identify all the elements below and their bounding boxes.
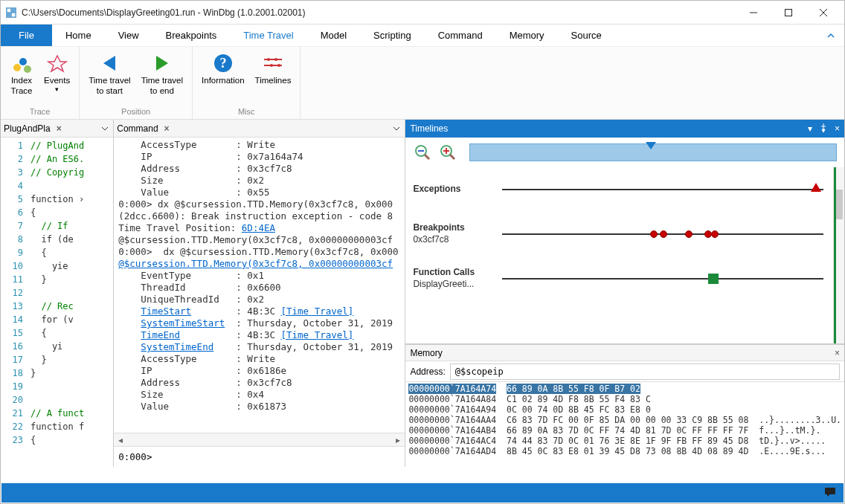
information-button[interactable]: ? Information: [199, 50, 248, 87]
menu-view[interactable]: View: [105, 25, 152, 46]
code-line: 13 // Rec: [1, 300, 113, 313]
menu-scripting[interactable]: Scripting: [360, 25, 425, 46]
timeline-row-exceptions: Exceptions: [405, 167, 844, 212]
command-tab[interactable]: Command ×: [114, 120, 405, 138]
window-dropdown-icon[interactable]: ▾: [808, 123, 812, 135]
pin-icon[interactable]: [820, 123, 827, 135]
svg-point-16: [267, 58, 270, 61]
info-label: Information: [202, 75, 245, 85]
zoom-in-button[interactable]: [438, 143, 457, 162]
code-line: 16 yi: [1, 340, 113, 353]
code-line: 20: [1, 393, 113, 407]
breakpoints-label: Breakpoints: [413, 222, 464, 233]
timelines-title: Timelines: [410, 123, 448, 134]
index-trace-button[interactable]: Index Trace: [7, 50, 36, 98]
memory-header: Memory ×: [405, 345, 844, 361]
close-icon[interactable]: ×: [54, 123, 65, 134]
timeline-overview-slider[interactable]: [469, 143, 837, 161]
info-icon: ?: [211, 51, 235, 75]
code-line: 19: [1, 380, 113, 393]
exceptions-track[interactable]: [502, 189, 823, 190]
breakpoint-marker-icon[interactable]: [685, 230, 693, 238]
command-pane: Command × AccessType : Write IP : 0x7a16…: [114, 120, 405, 467]
time-travel-start-button[interactable]: Time travel to start: [86, 50, 133, 98]
function-call-marker-icon[interactable]: [708, 274, 719, 284]
code-line: 6{: [1, 206, 113, 219]
close-icon[interactable]: ×: [835, 348, 840, 358]
ribbon-collapse-icon[interactable]: [817, 25, 844, 46]
command-tab-label: Command: [117, 123, 158, 134]
svg-point-20: [277, 64, 280, 67]
memory-pane: Memory × Address: 00000000`7A164A74 66 8…: [405, 344, 844, 467]
source-pane: PlugAndPla × 1// PlugAnd2// An ES6.3// C…: [1, 120, 114, 467]
code-line: 8 if (de: [1, 233, 113, 246]
menu-source[interactable]: Source: [558, 25, 615, 46]
window-title: C:\Users\Documents\DisplayGreeting01.run…: [22, 7, 736, 18]
maximize-button[interactable]: [771, 2, 805, 23]
dropdown-icon[interactable]: [100, 123, 110, 134]
source-tab-label: PlugAndPla: [4, 123, 51, 134]
menu-time-travel[interactable]: Time Travel: [230, 25, 306, 46]
svg-marker-10: [48, 56, 66, 71]
memory-row: 00000000`7A164AB4 66 89 0A 83 7D 0C FF 7…: [408, 425, 841, 436]
svg-line-22: [425, 155, 429, 159]
code-line: 17 }: [1, 353, 113, 366]
playhead[interactable]: [834, 167, 836, 343]
svg-line-25: [450, 155, 454, 159]
command-output[interactable]: AccessType : Write IP : 0x7a164a74 Addre…: [114, 138, 405, 433]
scroll-left-icon[interactable]: ◂: [114, 435, 127, 445]
menu-memory[interactable]: Memory: [496, 25, 558, 46]
code-line: 23{: [1, 433, 113, 447]
svg-point-7: [13, 64, 21, 71]
close-icon[interactable]: ×: [161, 123, 173, 134]
menu-home[interactable]: Home: [52, 25, 105, 46]
timeline-row-functions: Function CallsDisplayGreeti...: [405, 256, 844, 301]
memory-row: 00000000`7A164AC4 74 44 83 7D 0C 01 76 3…: [408, 436, 841, 446]
slider-thumb-icon[interactable]: [646, 142, 656, 149]
timelines-button[interactable]: Timelines: [252, 50, 295, 87]
dropdown-icon[interactable]: [391, 123, 402, 134]
memory-dump[interactable]: 00000000`7A164A74 66 89 0A 8B 55 F8 0F B…: [405, 382, 844, 467]
events-button[interactable]: Events ▾: [41, 50, 73, 98]
source-tab[interactable]: PlugAndPla ×: [1, 120, 113, 138]
timelines-icon: [261, 51, 285, 75]
memory-row: 00000000`7A164AD4 8B 45 0C 83 E8 01 39 4…: [408, 446, 841, 456]
breakpoint-marker-icon[interactable]: [650, 230, 658, 238]
breakpoint-marker-icon[interactable]: [711, 230, 719, 238]
functions-label: Function Calls: [413, 267, 475, 277]
memory-row: 00000000`7A164A74 66 89 0A 8B 55 F8 0F B…: [408, 384, 841, 394]
code-line: 2// An ES6.: [1, 152, 113, 166]
menu-breakpoints[interactable]: Breakpoints: [152, 25, 231, 46]
title-bar: C:\Users\Documents\DisplayGreeting01.run…: [1, 1, 844, 25]
time-travel-end-button[interactable]: Time travel to end: [138, 50, 186, 98]
source-code[interactable]: 1// PlugAnd2// An ES6.3// Copyrig45funct…: [1, 138, 113, 467]
menu-file[interactable]: File: [1, 25, 52, 46]
svg-point-17: [274, 58, 277, 61]
address-label: Address:: [410, 366, 445, 377]
breakpoint-marker-icon[interactable]: [660, 230, 667, 238]
exception-marker-icon[interactable]: [811, 183, 821, 192]
memory-row: 00000000`7A164AA4 C6 83 7D FC 00 0F 85 D…: [408, 415, 841, 425]
breakpoints-track[interactable]: [502, 233, 823, 235]
zoom-out-button[interactable]: [413, 143, 432, 162]
app-icon: [5, 7, 17, 19]
close-button[interactable]: [806, 2, 840, 23]
h-scrollbar[interactable]: ◂ ▸: [114, 433, 405, 446]
address-input[interactable]: [450, 364, 840, 380]
functions-track[interactable]: [502, 278, 823, 280]
scroll-right-icon[interactable]: ▸: [391, 435, 405, 445]
menu-command[interactable]: Command: [425, 25, 496, 46]
feedback-icon[interactable]: [824, 487, 836, 500]
workspace: PlugAndPla × 1// PlugAnd2// An ES6.3// C…: [1, 120, 844, 467]
code-line: 3// Copyrig: [1, 166, 113, 179]
right-column: Timelines ▾ × Exceptions Breakpoints0x: [405, 120, 844, 467]
events-icon: [45, 51, 69, 75]
events-label: Events: [44, 75, 70, 85]
menu-model[interactable]: Model: [307, 25, 360, 46]
minimize-button[interactable]: [736, 2, 770, 23]
svg-point-9: [24, 65, 31, 73]
exceptions-label: Exceptions: [413, 184, 460, 194]
close-icon[interactable]: ×: [835, 123, 840, 135]
function-sublabel: DisplayGreeti...: [413, 279, 474, 289]
command-input[interactable]: 0:000>: [114, 446, 405, 467]
